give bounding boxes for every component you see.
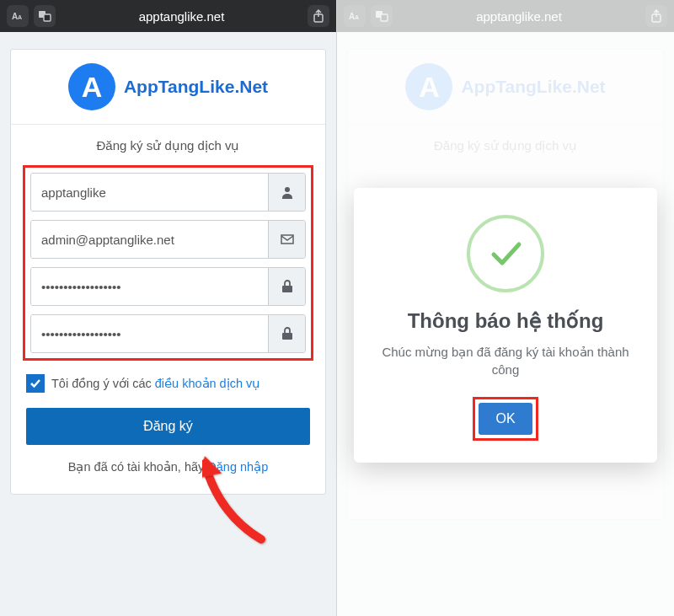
lock-icon <box>268 268 305 305</box>
form-highlight-box <box>23 165 313 361</box>
register-card: A AppTangLike.Net Đăng ký sử dụng dịch v… <box>10 49 326 495</box>
username-group <box>30 173 306 212</box>
email-input[interactable] <box>31 221 268 258</box>
modal-overlay: Thông báo hệ thống Chúc mừng bạn đã đăng… <box>337 0 674 616</box>
section-title: Đăng ký sử dụng dịch vụ <box>11 125 325 165</box>
svg-rect-6 <box>282 286 292 292</box>
modal-message: Chúc mừng bạn đã đăng ký tài khoản thành… <box>371 343 640 378</box>
terms-text: Tôi đồng ý với các điều khoản dịch vụ <box>51 377 260 390</box>
login-link[interactable]: Đăng nhập <box>207 460 268 474</box>
success-check-icon <box>467 215 544 292</box>
modal-title: Thông báo hệ thống <box>371 309 640 333</box>
username-input[interactable] <box>31 174 268 211</box>
left-panel: AA apptanglike.net A AppTangLike.Net Đăn… <box>0 0 337 616</box>
password-group <box>30 267 306 306</box>
success-modal: Thông báo hệ thống Chúc mừng bạn đã đăng… <box>354 188 657 463</box>
password-confirm-group <box>30 314 306 353</box>
svg-point-5 <box>285 187 290 192</box>
svg-rect-7 <box>282 333 292 340</box>
svg-rect-3 <box>44 14 51 21</box>
password-input[interactable] <box>31 268 268 305</box>
right-panel: AA apptanglike.net A AppTangLike.Net Đăn… <box>337 0 674 616</box>
terms-row: Tôi đồng ý với các điều khoản dịch vụ <box>11 361 325 403</box>
ok-highlight-box: OK <box>473 397 538 441</box>
register-button[interactable]: Đăng ký <box>26 408 310 445</box>
logo-icon: A <box>68 63 115 110</box>
login-prompt: Bạn đã có tài khoản, hãy Đăng nhập <box>11 452 325 494</box>
url-bar[interactable]: apptanglike.net <box>61 9 302 24</box>
content-area: A AppTangLike.Net Đăng ký sử dụng dịch v… <box>0 32 336 512</box>
share-icon[interactable] <box>308 5 329 27</box>
password-confirm-input[interactable] <box>31 315 268 352</box>
text-size-icon[interactable]: AA <box>7 5 29 27</box>
svg-text:A: A <box>18 14 22 20</box>
ok-button[interactable]: OK <box>479 403 532 435</box>
terms-checkbox[interactable] <box>26 374 45 393</box>
email-group <box>30 220 306 259</box>
terms-link[interactable]: điều khoản dịch vụ <box>155 377 261 390</box>
envelope-icon <box>268 221 305 258</box>
browser-bar: AA apptanglike.net <box>0 0 336 32</box>
logo-text: AppTangLike.Net <box>124 77 268 97</box>
lock-icon <box>268 315 305 352</box>
translate-icon[interactable] <box>34 5 56 27</box>
card-header: A AppTangLike.Net <box>11 50 325 125</box>
user-icon <box>268 174 305 211</box>
